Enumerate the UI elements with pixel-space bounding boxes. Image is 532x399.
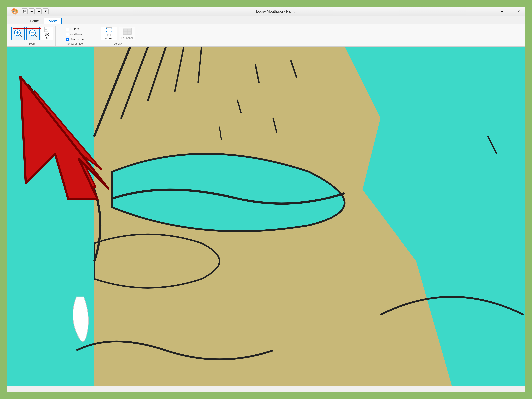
rulers-checkbox[interactable]	[66, 28, 69, 31]
svg-rect-8	[44, 27, 48, 32]
save-button[interactable]: 💾	[22, 8, 28, 14]
svg-rect-18	[127, 32, 131, 34]
zoom-in-wrapper	[12, 27, 25, 40]
canvas-area[interactable]	[7, 47, 525, 386]
display-content: Fullscreen Thumbnail	[101, 26, 135, 42]
show-hide-content: Rulers Gridlines Status bar	[66, 26, 84, 42]
zoom-out-button[interactable]	[26, 27, 40, 40]
svg-rect-15	[123, 29, 127, 32]
paint-icon: 🎨	[11, 8, 19, 15]
redo-button[interactable]: ↪	[36, 8, 42, 14]
paint-window: 🎨 | 💾 ↩ ↪ ▼ | Lousy Mouth.jpg - Paint ─ …	[7, 7, 525, 392]
fullscreen-button[interactable]: Fullscreen	[101, 27, 117, 40]
svg-rect-17	[123, 32, 127, 34]
minimize-button[interactable]: ─	[498, 9, 506, 14]
zoom-100-button[interactable]: 100%	[41, 27, 53, 40]
ribbon-group-display: Fullscreen Thumbnail Display	[95, 26, 141, 46]
fullscreen-label: Fullscreen	[105, 34, 113, 40]
statusbar-checkbox[interactable]	[66, 38, 69, 41]
gridlines-option[interactable]: Gridlines	[66, 32, 82, 36]
rulers-label: Rulers	[70, 27, 79, 31]
customize-quick-access-button[interactable]: ▼	[43, 8, 49, 14]
statusbar-label: Status bar	[70, 38, 84, 41]
rulers-option[interactable]: Rulers	[66, 27, 79, 31]
zoom-group-label: Zoom	[29, 42, 36, 46]
zoom-in-icon	[13, 28, 23, 38]
svg-line-3	[19, 35, 22, 37]
zoom-out-icon	[28, 28, 38, 38]
ribbon-group-show-hide: Rulers Gridlines Status bar Show or hide	[57, 26, 93, 46]
separator: |	[20, 9, 21, 14]
zoom-in-button[interactable]	[12, 27, 25, 40]
thumbnail-label: Thumbnail	[121, 37, 133, 40]
zoom-group-content: 100%	[12, 26, 53, 42]
zoom-100-icon	[43, 27, 51, 32]
fullscreen-icon	[104, 27, 114, 33]
window-controls: ─ □ ✕	[498, 9, 523, 14]
show-hide-group-label: Show or hide	[67, 42, 83, 46]
zoom-100-label: 100%	[44, 33, 49, 40]
status-bar	[7, 386, 525, 392]
thumbnail-icon	[122, 27, 132, 36]
tab-view[interactable]: View	[44, 18, 62, 24]
svg-line-6	[34, 35, 37, 37]
statusbar-option[interactable]: Status bar	[66, 38, 84, 41]
undo-button[interactable]: ↩	[29, 8, 35, 14]
maximize-button[interactable]: □	[507, 9, 514, 14]
gridlines-label: Gridlines	[70, 32, 82, 36]
title-bar: 🎨 | 💾 ↩ ↪ ▼ | Lousy Mouth.jpg - Paint ─ …	[7, 7, 525, 16]
ribbon-tabs: Home View	[7, 16, 525, 25]
svg-rect-16	[127, 29, 131, 32]
ribbon-group-zoom: 100% Zoom	[9, 26, 56, 46]
window-title: Lousy Mouth.jpg - Paint	[54, 9, 496, 14]
thumbnail-button[interactable]: Thumbnail	[119, 27, 135, 40]
quick-access-toolbar: 🎨 | 💾 ↩ ↪ ▼ |	[9, 8, 52, 15]
gridlines-checkbox[interactable]	[66, 33, 69, 36]
canvas-image	[7, 47, 525, 386]
close-button[interactable]: ✕	[515, 9, 523, 14]
tab-home[interactable]: Home	[25, 18, 44, 24]
display-group-label: Display	[114, 42, 122, 46]
separator2: |	[50, 9, 51, 14]
ribbon: 100% Zoom Rulers Gridlines Status bar	[7, 25, 525, 47]
